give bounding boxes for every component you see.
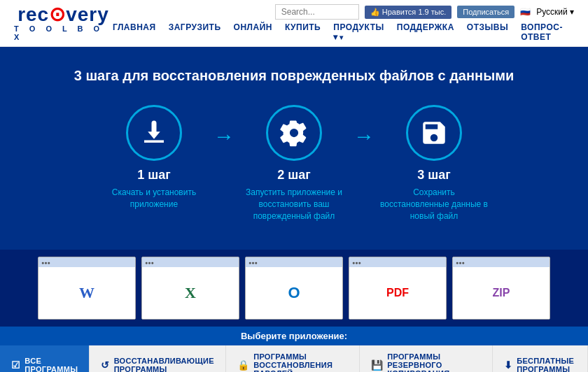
header-right: 👍 Нравится 1.9 тыс. Подписаться 🇷🇺 Русск… bbox=[113, 4, 574, 42]
thumb-excel-titlebar: ●●● bbox=[142, 257, 239, 267]
tab-password[interactable]: 🔒 ПРОГРАММЫ ВОССТАНОВЛЕНИЯ ПАРОЛЕЙ bbox=[226, 345, 360, 372]
step-2-num: 2 шаг bbox=[277, 168, 311, 183]
step-3-desc: Сохранить восстановленные данные в новый… bbox=[378, 187, 490, 222]
pdf-icon: PDF bbox=[386, 287, 409, 299]
backup-icon: 💾 bbox=[371, 359, 383, 371]
tab-free[interactable]: ⬇ БЕСПЛАТНЫЕ ПРОГРАММЫ bbox=[493, 345, 588, 372]
thumb-pdf-body: PDF bbox=[349, 267, 446, 319]
thumb-excel-body: X bbox=[142, 267, 239, 319]
step-1-icon bbox=[126, 105, 182, 161]
step-2-desc: Запустить приложение и восстановить ваш … bbox=[238, 187, 350, 222]
nav-upload[interactable]: ЗАГРУЗИТЬ bbox=[169, 22, 221, 42]
facebook-button[interactable]: 👍 Нравится 1.9 тыс. bbox=[365, 6, 452, 19]
nav-online[interactable]: ОНЛАЙН bbox=[234, 22, 272, 42]
nav-reviews[interactable]: ОТЗЫВЫ bbox=[467, 22, 508, 42]
hero-title: 3 шага для восстановления поврежденных ф… bbox=[14, 68, 574, 84]
outlook-icon: O bbox=[288, 284, 300, 302]
step-1-desc: Скачать и установить приложение bbox=[98, 187, 210, 210]
vk-button[interactable]: Подписаться bbox=[457, 6, 514, 18]
nav-products[interactable]: ПРОДУКТЫ ▾ bbox=[333, 22, 384, 42]
word-icon: W bbox=[79, 284, 94, 302]
header-top-bar: 👍 Нравится 1.9 тыс. Подписаться 🇷🇺 Русск… bbox=[275, 4, 574, 20]
nav-home[interactable]: ГЛАВНАЯ bbox=[113, 22, 156, 42]
close-dot: ●●● bbox=[248, 260, 258, 265]
category-tabs: ☑ ВСЕ ПРОГРАММЫ ↺ ВОССТАНАВЛИВАЮЩИЕ ПРОГ… bbox=[0, 345, 588, 372]
thumb-outlook[interactable]: ●●● O bbox=[245, 257, 343, 320]
thumb-word-titlebar: ●●● bbox=[38, 257, 135, 267]
nav-buy[interactable]: КУПИТЬ bbox=[285, 22, 321, 42]
thumb-pdf-titlebar: ●●● bbox=[349, 257, 446, 267]
screenshots-strip: ●●● W ●●● X ●●● O ●●● PDF ●●● ZI bbox=[0, 250, 588, 327]
hero-section: 3 шага для восстановления поврежденных ф… bbox=[0, 47, 588, 250]
search-input[interactable] bbox=[275, 4, 359, 20]
select-app-bar: Выберите приложение: bbox=[0, 327, 588, 345]
tab-backup-label: ПРОГРАММЫ РЕЗЕРВНОГО КОПИРОВАНИЯ bbox=[387, 352, 481, 372]
save-icon bbox=[419, 118, 449, 148]
thumb-outlook-body: O bbox=[246, 267, 342, 319]
nav-bar: ГЛАВНАЯ ЗАГРУЗИТЬ ОНЛАЙН КУПИТЬ ПРОДУКТЫ… bbox=[113, 22, 574, 42]
step-2: 2 шаг Запустить приложение и восстановит… bbox=[238, 105, 350, 222]
tab-all[interactable]: ☑ ВСЕ ПРОГРАММЫ bbox=[0, 345, 90, 372]
download-icon bbox=[139, 118, 169, 148]
close-dot: ●●● bbox=[41, 260, 50, 265]
tab-free-label: БЕСПЛАТНЫЕ ПРОГРАММЫ bbox=[517, 357, 576, 372]
free-icon: ⬇ bbox=[504, 359, 512, 371]
step-2-icon bbox=[266, 105, 322, 161]
gear-icon bbox=[279, 118, 309, 148]
thumb-pdf[interactable]: ●●● PDF bbox=[349, 257, 447, 320]
select-app-label: Выберите приложение: bbox=[241, 331, 347, 341]
steps-container: 1 шаг Скачать и установить приложение → … bbox=[14, 105, 574, 222]
tab-recovery-label: ВОССТАНАВЛИВАЮЩИЕ ПРОГРАММЫ bbox=[114, 357, 214, 372]
step-3-icon bbox=[406, 105, 462, 161]
close-dot: ●●● bbox=[352, 260, 361, 265]
logo-text: rec⊙very bbox=[18, 5, 109, 24]
tab-backup[interactable]: 💾 ПРОГРАММЫ РЕЗЕРВНОГО КОПИРОВАНИЯ bbox=[360, 345, 493, 372]
recovery-icon: ↺ bbox=[101, 359, 109, 371]
lock-icon: 🔒 bbox=[237, 359, 249, 371]
logo[interactable]: rec⊙very T O O L B O X bbox=[14, 5, 113, 41]
all-icon: ☑ bbox=[11, 359, 20, 371]
language-selector[interactable]: Русский ▾ bbox=[536, 7, 574, 17]
zip-icon: ZIP bbox=[493, 287, 510, 299]
excel-icon: X bbox=[185, 284, 196, 302]
tab-recovery[interactable]: ↺ ВОССТАНАВЛИВАЮЩИЕ ПРОГРАММЫ bbox=[90, 345, 226, 372]
thumb-zip-body: ZIP bbox=[453, 267, 550, 319]
close-dot: ●●● bbox=[456, 260, 465, 265]
tab-password-label: ПРОГРАММЫ ВОССТАНОВЛЕНИЯ ПАРОЛЕЙ bbox=[253, 352, 348, 372]
step-1: 1 шаг Скачать и установить приложение bbox=[98, 105, 210, 210]
arrow-2: → bbox=[354, 105, 374, 148]
thumb-zip-titlebar: ●●● bbox=[453, 257, 550, 267]
thumb-word-body: W bbox=[38, 267, 135, 319]
step-1-num: 1 шаг bbox=[137, 168, 171, 183]
thumb-zip[interactable]: ●●● ZIP bbox=[452, 257, 550, 320]
thumb-excel[interactable]: ●●● X bbox=[141, 257, 239, 320]
nav-faq[interactable]: ВОПРОС-ОТВЕТ bbox=[521, 22, 574, 42]
arrow-1: → bbox=[214, 105, 234, 148]
logo-o: ⊙ bbox=[49, 3, 66, 25]
close-dot: ●●● bbox=[145, 260, 154, 265]
thumb-outlook-titlebar: ●●● bbox=[246, 257, 342, 267]
step-3: 3 шаг Сохранить восстановленные данные в… bbox=[378, 105, 490, 222]
thumb-word[interactable]: ●●● W bbox=[38, 257, 136, 320]
nav-support[interactable]: ПОДДЕРЖКА bbox=[397, 22, 454, 42]
logo-sub: T O O L B O X bbox=[14, 24, 113, 41]
step-3-num: 3 шаг bbox=[417, 168, 451, 183]
header: rec⊙very T O O L B O X 👍 Нравится 1.9 ты… bbox=[0, 0, 588, 47]
flag-icon: 🇷🇺 bbox=[520, 7, 531, 17]
tab-all-label: ВСЕ ПРОГРАММЫ bbox=[24, 357, 78, 372]
